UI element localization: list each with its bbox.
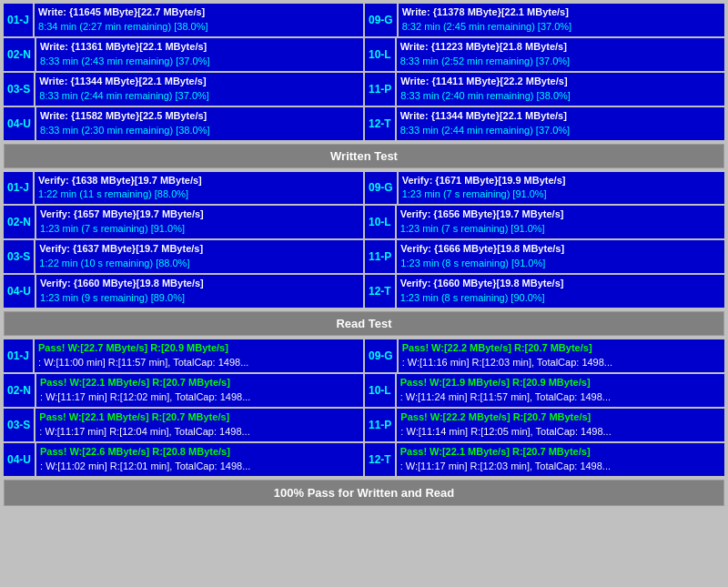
left-cell-1: 02-NVerify: {1657 MByte}[19.7 MByte/s]1:… (4, 206, 363, 238)
right-top-3: Write: {11344 MByte}[22.1 MByte/s] (400, 109, 721, 124)
right-id-3: 12-T (365, 275, 395, 308)
data-row-2: 03-SVerify: {1637 MByte}[19.7 MByte/s]1:… (4, 240, 724, 273)
right-top-2: Pass! W:[22.2 MByte/s] R:[20.7 MByte/s] (400, 410, 721, 425)
left-id-3: 04-U (4, 443, 35, 476)
left-cell-2: 03-SVerify: {1637 MByte}[19.7 MByte/s]1:… (4, 240, 363, 273)
right-info-0: Write: {11378 MByte}[22.1 MByte/s]8:32 m… (399, 4, 724, 36)
data-row-1: 02-NPass! W:[22.1 MByte/s] R:[20.7 MByte… (4, 374, 724, 407)
left-top-3: Pass! W:[22.6 MByte/s] R:[20.8 MByte/s] (40, 445, 359, 460)
left-info-2: Write: {11344 MByte}[22.1 MByte/s]8:33 m… (35, 73, 363, 106)
left-cell-3: 04-UWrite: {11582 MByte}[22.5 MByte/s]8:… (4, 107, 363, 140)
right-info-2: Write: {11411 MByte}[22.2 MByte/s]8:33 m… (397, 73, 724, 106)
left-bot-0: 8:34 min (2:27 min remaining) [38.0%] (38, 20, 359, 35)
right-top-1: Write: {11223 MByte}[21.8 MByte/s] (400, 40, 721, 55)
bottom-bar-text: 100% Pass for Written and Read (274, 486, 454, 500)
left-top-1: Pass! W:[22.1 MByte/s] R:[20.7 MByte/s] (40, 376, 359, 390)
right-info-0: Pass! W:[22.2 MByte/s] R:[20.7 MByte/s]:… (399, 339, 724, 372)
right-id-1: 10-L (365, 38, 395, 71)
left-top-1: Verify: {1657 MByte}[19.7 MByte/s] (40, 207, 359, 222)
bottom-bar: 100% Pass for Written and Read (4, 480, 724, 506)
left-id-0: 01-J (4, 339, 33, 372)
right-bot-3: 1:23 min (8 s remaining) [90.0%] (400, 291, 721, 306)
left-info-0: Write: {11645 MByte}[22.7 MByte/s]8:34 m… (35, 4, 363, 36)
right-info-0: Verify: {1671 MByte}[19.9 MByte/s]1:23 m… (399, 172, 724, 205)
right-cell-0: 09-GVerify: {1671 MByte}[19.9 MByte/s]1:… (365, 172, 724, 205)
left-id-1: 02-N (4, 206, 35, 238)
left-bot-0: : W:[11:00 min] R:[11:57 min], TotalCap:… (38, 356, 359, 370)
right-top-3: Verify: {1660 MByte}[19.8 MByte/s] (400, 277, 721, 291)
verify-section: 01-JVerify: {1638 MByte}[19.7 MByte/s]1:… (4, 172, 724, 309)
right-bot-3: 8:33 min (2:44 min remaining) [37.0%] (400, 124, 721, 138)
left-id-1: 02-N (4, 38, 35, 71)
right-bot-0: 8:32 min (2:45 min remaining) [37.0%] (402, 20, 721, 35)
left-id-2: 03-S (4, 240, 34, 273)
left-top-3: Write: {11582 MByte}[22.5 MByte/s] (40, 109, 359, 124)
left-bot-1: 1:23 min (7 s remaining) [91.0%] (40, 222, 359, 237)
right-top-2: Verify: {1666 MByte}[19.8 MByte/s] (400, 242, 721, 257)
right-top-1: Pass! W:[21.9 MByte/s] R:[20.9 MByte/s] (400, 376, 721, 390)
right-cell-0: 09-GWrite: {11378 MByte}[22.1 MByte/s]8:… (365, 4, 724, 36)
data-row-0: 01-JVerify: {1638 MByte}[19.7 MByte/s]1:… (4, 172, 724, 205)
written-test-divider: Written Test (4, 144, 724, 168)
left-bot-0: 1:22 min (11 s remaining) [88.0%] (38, 187, 359, 202)
left-id-0: 01-J (4, 4, 33, 36)
left-cell-3: 04-UPass! W:[22.6 MByte/s] R:[20.8 MByte… (4, 443, 363, 476)
data-row-0: 01-JPass! W:[22.7 MByte/s] R:[20.9 MByte… (4, 339, 724, 372)
right-info-1: Verify: {1656 MByte}[19.7 MByte/s]1:23 m… (397, 206, 724, 238)
left-info-0: Pass! W:[22.7 MByte/s] R:[20.9 MByte/s]:… (35, 339, 363, 372)
right-cell-2: 11-PWrite: {11411 MByte}[22.2 MByte/s]8:… (365, 73, 724, 106)
left-cell-0: 01-JVerify: {1638 MByte}[19.7 MByte/s]1:… (4, 172, 363, 205)
left-id-3: 04-U (4, 275, 35, 308)
left-info-2: Verify: {1637 MByte}[19.7 MByte/s]1:22 m… (35, 240, 363, 273)
right-cell-1: 10-LVerify: {1656 MByte}[19.7 MByte/s]1:… (365, 206, 724, 238)
data-row-3: 04-UWrite: {11582 MByte}[22.5 MByte/s]8:… (4, 107, 724, 140)
left-top-0: Write: {11645 MByte}[22.7 MByte/s] (38, 5, 359, 20)
write-section: 01-JWrite: {11645 MByte}[22.7 MByte/s]8:… (4, 4, 724, 140)
right-id-0: 09-G (365, 4, 397, 36)
left-top-0: Pass! W:[22.7 MByte/s] R:[20.9 MByte/s] (38, 341, 359, 356)
left-cell-0: 01-JPass! W:[22.7 MByte/s] R:[20.9 MByte… (4, 339, 363, 372)
left-bot-1: 8:33 min (2:43 min remaining) [37.0%] (40, 55, 359, 69)
data-row-3: 04-UPass! W:[22.6 MByte/s] R:[20.8 MByte… (4, 443, 724, 476)
right-top-0: Verify: {1671 MByte}[19.9 MByte/s] (402, 174, 721, 188)
left-id-3: 04-U (4, 107, 35, 140)
right-top-0: Write: {11378 MByte}[22.1 MByte/s] (402, 5, 721, 20)
read-test-label: Read Test (336, 317, 391, 330)
left-bot-2: 8:33 min (2:44 min remaining) [37.0%] (39, 89, 359, 104)
right-bot-0: 1:23 min (7 s remaining) [91.0%] (402, 187, 721, 202)
data-row-1: 02-NWrite: {11361 MByte}[22.1 MByte/s]8:… (4, 38, 724, 71)
right-top-3: Pass! W:[22.1 MByte/s] R:[20.7 MByte/s] (400, 445, 721, 460)
right-cell-2: 11-PVerify: {1666 MByte}[19.8 MByte/s]1:… (365, 240, 724, 273)
right-bot-2: 1:23 min (8 s remaining) [91.0%] (400, 257, 721, 271)
left-cell-2: 03-SPass! W:[22.1 MByte/s] R:[20.7 MByte… (4, 409, 363, 441)
left-id-1: 02-N (4, 374, 35, 407)
left-info-3: Write: {11582 MByte}[22.5 MByte/s]8:33 m… (36, 107, 363, 140)
right-info-3: Verify: {1660 MByte}[19.8 MByte/s]1:23 m… (397, 275, 724, 308)
right-info-1: Pass! W:[21.9 MByte/s] R:[20.9 MByte/s]:… (397, 374, 724, 407)
left-info-1: Write: {11361 MByte}[22.1 MByte/s]8:33 m… (36, 38, 363, 71)
left-bot-3: 8:33 min (2:30 min remaining) [38.0%] (40, 124, 359, 138)
left-id-2: 03-S (4, 73, 34, 106)
left-top-2: Verify: {1637 MByte}[19.7 MByte/s] (39, 242, 359, 257)
right-bot-1: 8:33 min (2:52 min remaining) [37.0%] (400, 55, 721, 69)
left-info-3: Pass! W:[22.6 MByte/s] R:[20.8 MByte/s]:… (36, 443, 363, 476)
right-bot-0: : W:[11:16 min] R:[12:03 min], TotalCap:… (402, 356, 721, 370)
right-cell-3: 12-TPass! W:[22.1 MByte/s] R:[20.7 MByte… (365, 443, 724, 476)
data-row-3: 04-UVerify: {1660 MByte}[19.8 MByte/s]1:… (4, 275, 724, 308)
left-bot-1: : W:[11:17 min] R:[12:02 min], TotalCap:… (40, 390, 359, 405)
write-rows: 01-JWrite: {11645 MByte}[22.7 MByte/s]8:… (4, 4, 724, 140)
left-top-0: Verify: {1638 MByte}[19.7 MByte/s] (38, 174, 359, 188)
right-id-2: 11-P (365, 73, 395, 106)
right-id-3: 12-T (365, 107, 395, 140)
right-top-2: Write: {11411 MByte}[22.2 MByte/s] (400, 75, 721, 89)
right-info-1: Write: {11223 MByte}[21.8 MByte/s]8:33 m… (397, 38, 724, 71)
right-id-3: 12-T (365, 443, 395, 476)
left-info-3: Verify: {1660 MByte}[19.8 MByte/s]1:23 m… (36, 275, 363, 308)
data-row-1: 02-NVerify: {1657 MByte}[19.7 MByte/s]1:… (4, 206, 724, 238)
right-info-2: Verify: {1666 MByte}[19.8 MByte/s]1:23 m… (397, 240, 724, 273)
right-top-1: Verify: {1656 MByte}[19.7 MByte/s] (400, 207, 721, 222)
right-cell-1: 10-LPass! W:[21.9 MByte/s] R:[20.9 MByte… (365, 374, 724, 407)
left-bot-2: 1:22 min (10 s remaining) [88.0%] (39, 257, 359, 271)
right-bot-1: : W:[11:24 min] R:[11:57 min], TotalCap:… (400, 390, 721, 405)
left-info-1: Pass! W:[22.1 MByte/s] R:[20.7 MByte/s]:… (36, 374, 363, 407)
